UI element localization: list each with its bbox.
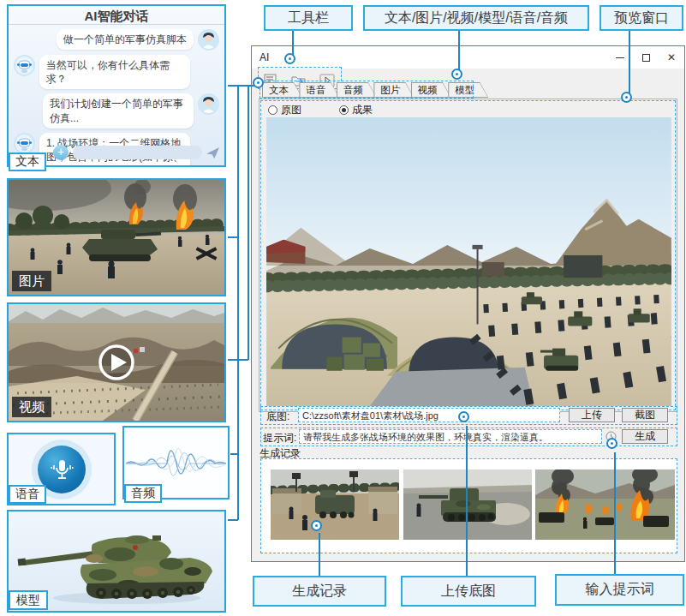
bot-avatar xyxy=(14,133,35,154)
close-button[interactable]: ✕ xyxy=(659,48,684,67)
chat-text-input[interactable] xyxy=(73,146,202,159)
callout-line xyxy=(292,31,294,56)
chat-message-row: 做一个简单的军事仿真脚本 xyxy=(14,29,219,51)
callout-dot-left-tabs xyxy=(254,79,262,87)
chat-bubble-user: 做一个简单的军事仿真脚本 xyxy=(57,29,194,50)
chat-panel: AI智能对话 做一个简单的军事仿真脚本 当然可以，你有什么具体需求？ 我们计划创… xyxy=(7,4,226,167)
callout-line xyxy=(228,519,238,521)
baseimg-path-input[interactable]: C:\zzsoft\素材盘01\素材\战场.jpg xyxy=(298,408,560,422)
user-avatar xyxy=(198,29,219,51)
baseimg-label: 底图: xyxy=(266,410,289,424)
callout-tabs: 文本/图片/视频/模型/语音/音频 xyxy=(363,5,589,31)
callout-preview: 预览窗口 xyxy=(600,5,683,31)
callout-line xyxy=(614,452,616,574)
voice-tag: 语音 xyxy=(9,485,46,504)
callout-line xyxy=(230,453,238,455)
chat-message-row: 当然可以，你有什么具体需求？ xyxy=(14,55,219,89)
callout-toolbar: 工具栏 xyxy=(264,5,353,31)
model-tag: 模型 xyxy=(9,590,48,610)
chat-bubble-user: 我们计划创建一个简单的军事仿真... xyxy=(43,93,194,128)
chat-input-bar: + xyxy=(53,144,219,161)
tab-video[interactable]: 视频 xyxy=(411,82,451,98)
maximize-button[interactable] xyxy=(633,48,659,67)
record-thumbnail-1[interactable] xyxy=(271,469,399,540)
tab-model[interactable]: 模型 xyxy=(448,82,488,98)
record-thumbnail-3[interactable] xyxy=(535,469,675,540)
annotated-screenshot: AI智能对话 做一个简单的军事仿真脚本 当然可以，你有什么具体需求？ 我们计划创… xyxy=(0,0,686,616)
callout-line xyxy=(228,85,255,87)
callout-line xyxy=(319,533,320,576)
image-tag: 图片 xyxy=(12,271,51,291)
attach-plus-button[interactable]: + xyxy=(53,145,69,160)
preview-image xyxy=(266,117,671,406)
screenshot-button[interactable]: 截图 xyxy=(622,408,668,422)
generate-button[interactable]: 生成 xyxy=(622,429,668,444)
radio-row: 原图 成果 xyxy=(268,103,373,117)
callout-prompt: 输入提示词 xyxy=(555,574,684,606)
callout-dot-records xyxy=(313,522,320,529)
tab-text[interactable]: 文本 xyxy=(262,82,302,98)
preview-groupbox: 原图 成果 xyxy=(259,99,677,412)
tab-bar: 文本 语音 音频 图片 视频 模型 xyxy=(262,82,488,98)
play-button[interactable] xyxy=(91,337,142,388)
chat-bubble-bot: 当然可以，你有什么具体需求？ xyxy=(39,55,190,89)
window-titlebar: AI ✕ xyxy=(252,46,684,69)
callout-line xyxy=(228,236,238,238)
chat-message-row: 我们计划创建一个简单的军事仿真... xyxy=(14,93,219,128)
callout-dot-toolbar xyxy=(286,55,294,63)
upload-button[interactable]: 上传 xyxy=(569,408,615,422)
radio-original[interactable]: 原图 xyxy=(268,103,301,117)
callout-records: 生成记录 xyxy=(253,576,386,607)
callout-dot-preview xyxy=(623,93,630,101)
callout-dot-prompt xyxy=(608,440,616,447)
record-thumbnail-2[interactable] xyxy=(403,469,532,540)
callout-line xyxy=(458,31,460,70)
audio-tag: 音频 xyxy=(124,484,162,503)
prompt-input[interactable]: 请帮我生成多张战场环境的效果图，环境真实，渲染逼真。 xyxy=(299,429,602,444)
radio-result[interactable]: 成果 xyxy=(339,103,373,117)
tab-image[interactable]: 图片 xyxy=(373,82,414,98)
app-window: AI ✕ 文本 语音 音频 图片 视频 模型 xyxy=(251,45,685,562)
callout-dot-upload xyxy=(460,413,468,421)
callout-line xyxy=(248,86,249,360)
callout-line xyxy=(228,359,248,361)
text-tag: 文本 xyxy=(9,153,46,171)
window-title: AI xyxy=(259,51,607,63)
callout-upload: 上传底图 xyxy=(401,576,536,607)
prompt-label: 提示词: xyxy=(263,431,296,446)
video-panel: 视频 xyxy=(7,302,226,422)
chat-title: AI智能对话 xyxy=(9,6,224,25)
tab-voice[interactable]: 语音 xyxy=(299,82,339,98)
video-tag: 视频 xyxy=(12,397,51,417)
user-avatar xyxy=(198,93,219,115)
send-plane-icon[interactable] xyxy=(206,147,219,158)
callout-dot-tabs xyxy=(453,70,461,78)
callout-line xyxy=(629,31,630,94)
image-panel: 图片 xyxy=(7,178,226,296)
callout-line xyxy=(466,426,468,576)
bot-avatar xyxy=(14,55,35,76)
tab-audio[interactable]: 音频 xyxy=(337,82,377,98)
microphone-icon xyxy=(49,457,75,482)
